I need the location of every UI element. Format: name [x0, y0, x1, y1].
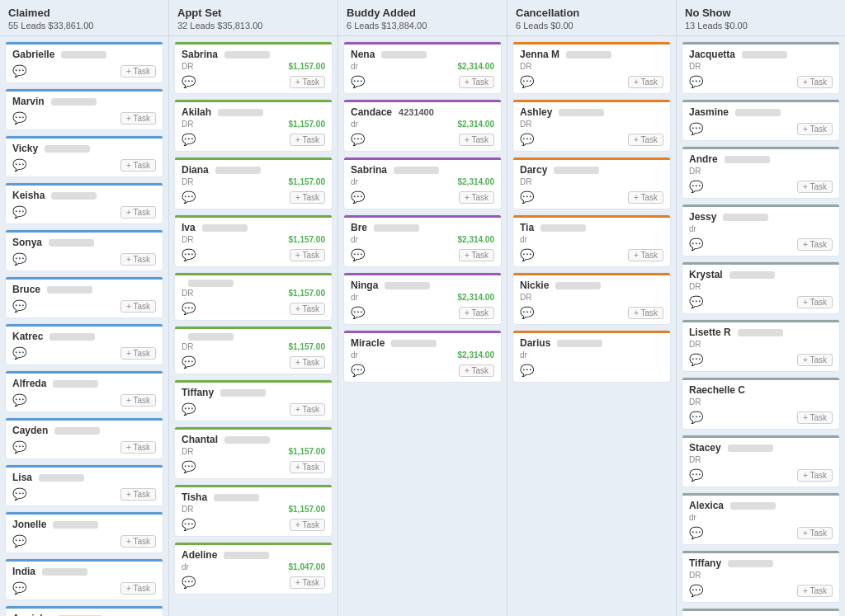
chat-icon[interactable]: 💬 — [182, 248, 196, 261]
add-task-button[interactable]: + Task — [459, 307, 494, 319]
list-item[interactable]: TiffanyDR💬+ Task — [682, 550, 840, 603]
chat-icon[interactable]: 💬 — [182, 460, 196, 473]
list-item[interactable]: Adelinedr$1,047.00💬+ Task — [174, 542, 333, 595]
list-item[interactable]: Keisha💬+ Task — [5, 182, 163, 224]
add-task-button[interactable]: + Task — [290, 303, 325, 315]
chat-icon[interactable]: 💬 — [12, 205, 26, 219]
add-task-button[interactable]: + Task — [628, 76, 663, 88]
list-item[interactable]: AshleyDR💬+ Task — [512, 99, 671, 152]
chat-icon[interactable]: 💬 — [12, 581, 26, 595]
list-item[interactable]: JacquettaDR💬+ Task — [682, 41, 840, 94]
chat-icon[interactable]: 💬 — [12, 299, 26, 313]
chat-icon[interactable]: 💬 — [351, 190, 365, 204]
chat-icon[interactable]: 💬 — [520, 190, 534, 204]
list-item[interactable]: StaceyDR💬+ Task — [682, 435, 840, 487]
add-task-button[interactable]: + Task — [290, 356, 325, 369]
add-task-button[interactable]: + Task — [120, 253, 156, 266]
add-task-button[interactable]: + Task — [628, 249, 663, 261]
chat-icon[interactable]: 💬 — [520, 75, 534, 88]
add-task-button[interactable]: + Task — [797, 123, 833, 135]
list-item[interactable]: Ningadr$2,314.00💬+ Task — [343, 272, 502, 325]
chat-icon[interactable]: 💬 — [182, 576, 196, 589]
list-item[interactable]: DarcyDR💬+ Task — [512, 157, 671, 209]
chat-icon[interactable]: 💬 — [520, 248, 534, 261]
add-task-button[interactable]: + Task — [120, 112, 156, 125]
add-task-button[interactable]: + Task — [797, 296, 833, 308]
list-item[interactable]: SabrinaDR$1,157.00💬+ Task — [174, 41, 333, 94]
add-task-button[interactable]: + Task — [290, 191, 325, 204]
add-task-button[interactable]: + Task — [797, 527, 833, 539]
add-task-button[interactable]: + Task — [290, 576, 325, 589]
list-item[interactable]: Alexicadr💬+ Task — [682, 492, 840, 545]
chat-icon[interactable]: 💬 — [12, 440, 26, 454]
add-task-button[interactable]: + Task — [290, 249, 325, 261]
chat-icon[interactable]: 💬 — [182, 402, 196, 416]
list-item[interactable]: Sabrinadr$2,314.00💬+ Task — [343, 157, 502, 209]
chat-icon[interactable]: 💬 — [689, 526, 703, 539]
list-item[interactable]: Jasmine💬+ Task — [682, 99, 840, 141]
add-task-button[interactable]: + Task — [120, 488, 156, 501]
chat-icon[interactable]: 💬 — [12, 158, 26, 172]
chat-icon[interactable]: 💬 — [689, 295, 703, 308]
list-item[interactable]: Katrec💬+ Task — [5, 323, 163, 365]
chat-icon[interactable]: 💬 — [689, 411, 703, 424]
add-task-button[interactable]: + Task — [459, 76, 494, 88]
list-item[interactable]: Jessydr💬+ Task — [682, 204, 840, 256]
add-task-button[interactable]: + Task — [120, 300, 156, 313]
chat-icon[interactable]: 💬 — [351, 248, 365, 261]
chat-icon[interactable]: 💬 — [182, 75, 196, 88]
add-task-button[interactable]: + Task — [459, 249, 494, 261]
chat-icon[interactable]: 💬 — [182, 133, 196, 146]
chat-icon[interactable]: 💬 — [12, 346, 26, 360]
add-task-button[interactable]: + Task — [290, 519, 325, 531]
add-task-button[interactable]: + Task — [120, 206, 156, 219]
list-item[interactable]: DianaDR$1,157.00💬+ Task — [174, 157, 333, 209]
chat-icon[interactable]: 💬 — [12, 64, 26, 78]
add-task-button[interactable]: + Task — [797, 354, 833, 366]
chat-icon[interactable]: 💬 — [689, 237, 703, 251]
add-task-button[interactable]: + Task — [290, 461, 325, 473]
chat-icon[interactable]: 💬 — [689, 468, 703, 482]
list-item[interactable]: AkilahDR$1,157.00💬+ Task — [174, 99, 333, 152]
add-task-button[interactable]: + Task — [290, 76, 325, 88]
chat-icon[interactable]: 💬 — [689, 180, 703, 193]
list-item[interactable]: Nenadr$2,314.00💬+ Task — [343, 41, 502, 94]
add-task-button[interactable]: + Task — [120, 441, 156, 454]
add-task-button[interactable]: + Task — [628, 307, 663, 319]
list-item[interactable]: India💬+ Task — [5, 558, 163, 600]
add-task-button[interactable]: + Task — [628, 134, 663, 146]
list-item[interactable]: Tiffany💬+ Task — [174, 379, 333, 421]
add-task-button[interactable]: + Task — [797, 411, 833, 424]
chat-icon[interactable]: 💬 — [12, 534, 26, 548]
chat-icon[interactable]: 💬 — [351, 133, 365, 146]
list-item[interactable]: Dariusdr💬 — [512, 330, 671, 383]
list-item[interactable]: Lisette RDR💬+ Task — [682, 319, 840, 372]
list-item[interactable]: IvaDR$1,157.00💬+ Task — [174, 214, 333, 267]
chat-icon[interactable]: 💬 — [351, 306, 365, 319]
chat-icon[interactable]: 💬 — [689, 122, 703, 135]
list-item[interactable]: Lisa💬+ Task — [5, 464, 163, 506]
add-task-button[interactable]: + Task — [290, 403, 325, 416]
chat-icon[interactable]: 💬 — [182, 190, 196, 204]
add-task-button[interactable]: + Task — [120, 394, 156, 407]
list-item[interactable]: AndreDR💬+ Task — [682, 146, 840, 199]
add-task-button[interactable]: + Task — [797, 181, 833, 193]
list-item[interactable]: Bruce💬+ Task — [5, 276, 163, 318]
add-task-button[interactable]: + Task — [628, 191, 663, 204]
chat-icon[interactable]: 💬 — [689, 75, 703, 88]
list-item[interactable]: JeaunineDR💬+ Task — [682, 608, 840, 616]
chat-icon[interactable]: 💬 — [12, 487, 26, 501]
list-item[interactable]: Bredr$2,314.00💬+ Task — [343, 214, 502, 267]
chat-icon[interactable]: 💬 — [689, 584, 703, 597]
list-item[interactable]: Annisha💬+ Task — [5, 605, 163, 616]
list-item[interactable]: Miracledr$2,314.00💬+ Task — [343, 330, 502, 383]
add-task-button[interactable]: + Task — [459, 364, 494, 377]
add-task-button[interactable]: + Task — [120, 65, 156, 78]
chat-icon[interactable]: 💬 — [351, 364, 365, 377]
chat-icon[interactable]: 💬 — [12, 393, 26, 407]
add-task-button[interactable]: + Task — [459, 191, 494, 204]
list-item[interactable]: Candace4231400dr$2,314.00💬+ Task — [343, 99, 502, 152]
list-item[interactable]: NickieDR💬+ Task — [512, 272, 671, 325]
add-task-button[interactable]: + Task — [797, 469, 833, 482]
list-item[interactable]: Jenna MDR💬+ Task — [512, 41, 671, 94]
